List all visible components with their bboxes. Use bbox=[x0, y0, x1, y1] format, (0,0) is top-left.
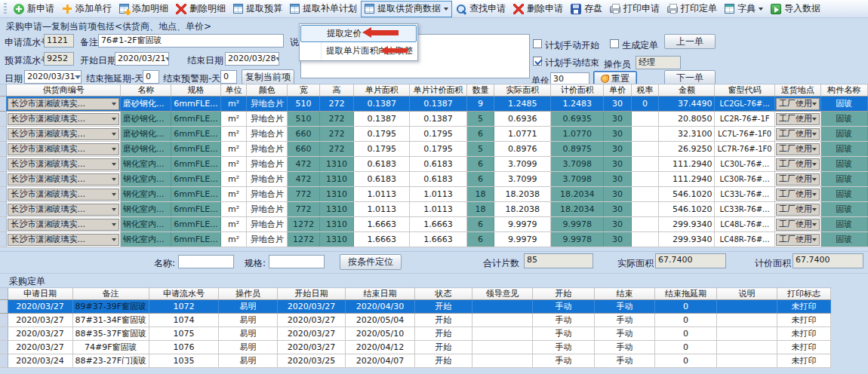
detail-cell-part[interactable]: 固玻 bbox=[820, 202, 867, 217]
detail-cell-h[interactable]: 272 bbox=[320, 142, 354, 157]
locate-by-condition-button[interactable]: 按条件定位 bbox=[340, 254, 402, 270]
detail-cell-aarea[interactable]: 0.8976 bbox=[494, 142, 551, 157]
detail-cell-w[interactable]: 472 bbox=[288, 157, 320, 172]
detail-cell-unit[interactable]: m² bbox=[220, 112, 247, 127]
detail-cell-parea1[interactable]: 0.1795 bbox=[353, 127, 410, 142]
orders-cell-oper[interactable]: 易明 bbox=[219, 354, 278, 368]
detail-header-h[interactable]: 高 bbox=[320, 84, 354, 97]
end-delay-field[interactable]: 0 bbox=[143, 70, 159, 84]
find-request-button[interactable]: 查找申请 bbox=[452, 1, 509, 17]
orders-cell-leader[interactable] bbox=[472, 354, 533, 368]
copy-current-button[interactable]: 复制当前项 bbox=[242, 69, 294, 84]
detail-cell-delivery[interactable]: 工厂使用 bbox=[774, 217, 820, 232]
detail-header-jarea[interactable]: 计价面积 bbox=[551, 84, 604, 97]
detail-row[interactable]: 长沙市潇湘玻璃实...磨砂钢化...6mmFLE...m²异地合片5102720… bbox=[0, 112, 868, 127]
detail-cell-wincode[interactable]: LC2R-76#-1F bbox=[715, 112, 774, 127]
detail-row-selector[interactable] bbox=[0, 97, 7, 112]
apply-no-field[interactable]: 1121 bbox=[44, 34, 74, 48]
detail-cell-jarea[interactable]: 1.2483 bbox=[551, 97, 604, 112]
next-order-button[interactable]: 下一单 bbox=[664, 70, 716, 85]
orders-header-edate[interactable]: 结束日期 bbox=[346, 288, 415, 300]
detail-cell-wincode[interactable]: LC33L-76#... bbox=[715, 187, 774, 202]
detail-cell-spec[interactable]: 6mmFLE... bbox=[171, 112, 220, 127]
add-row-button[interactable]: 添加单行 bbox=[58, 1, 115, 17]
detail-cell-wincode[interactable]: LC7R-76#-1F0 bbox=[715, 142, 774, 157]
detail-cell-unit[interactable]: m² bbox=[220, 127, 247, 142]
detail-cell-parea1[interactable]: 1.6663 bbox=[353, 232, 410, 247]
orders-row[interactable]: 2020/03/2774#9F窗固玻1076易明2020/03/272020/0… bbox=[0, 341, 831, 354]
detail-cell-name[interactable]: 磨砂钢化... bbox=[121, 112, 171, 127]
orders-cell-adate[interactable]: 2020/03/27 bbox=[8, 300, 72, 314]
detail-header-parea1[interactable]: 单片面积 bbox=[353, 84, 410, 97]
detail-cell-color[interactable]: 异地合片 bbox=[247, 127, 288, 142]
new-request-button[interactable]: 新申请 bbox=[10, 1, 58, 17]
orders-cell-ano[interactable]: 1072 bbox=[149, 300, 219, 314]
detail-cell-unit[interactable]: m² bbox=[220, 187, 247, 202]
menu-item-extract-pricing[interactable]: 提取定价 bbox=[300, 25, 417, 42]
detail-cell-spec[interactable]: 6mmFLE... bbox=[171, 202, 220, 217]
orders-cell-ano[interactable]: 1075 bbox=[149, 327, 219, 341]
orders-cell-edelay[interactable]: 0 bbox=[655, 314, 717, 327]
detail-cell-parea1[interactable]: 0.1387 bbox=[353, 112, 410, 127]
orders-cell-adate[interactable]: 2020/03/27 bbox=[8, 314, 72, 327]
detail-cell-aarea[interactable]: 0.6936 bbox=[494, 112, 551, 127]
detail-cell-qty[interactable]: 6 bbox=[466, 157, 494, 172]
detail-cell-wincode[interactable]: LC48L-76#... bbox=[715, 217, 774, 232]
detail-cell-jarea[interactable]: 9.9978 bbox=[551, 217, 604, 232]
detail-cell-parea2[interactable]: 0.1795 bbox=[410, 142, 466, 157]
detail-cell-wincode[interactable]: LC30R-76#... bbox=[715, 172, 774, 187]
detail-cell-h[interactable]: 272 bbox=[320, 127, 354, 142]
detail-header-delivery[interactable]: 送货地点 bbox=[774, 84, 820, 97]
detail-cell-parea2[interactable]: 0.1795 bbox=[410, 127, 466, 142]
detail-cell-jarea[interactable]: 18.2034 bbox=[551, 202, 604, 217]
detail-cell-part[interactable]: 固玻 bbox=[820, 172, 867, 187]
detail-cell-name[interactable]: 磨砂钢化... bbox=[121, 127, 171, 142]
detail-cell-h[interactable]: 272 bbox=[320, 97, 354, 112]
detail-cell-spec[interactable]: 6mmFLE... bbox=[171, 97, 220, 112]
orders-cell-smode[interactable]: 手动 bbox=[533, 341, 595, 354]
detail-cell-part[interactable]: 固玻 bbox=[820, 217, 867, 232]
save-button[interactable]: 存盘 bbox=[567, 1, 606, 17]
detail-cell-name[interactable]: 钢化室内... bbox=[121, 232, 171, 247]
detail-cell-color[interactable]: 异地合片 bbox=[247, 97, 288, 112]
detail-cell-tax[interactable] bbox=[631, 127, 659, 142]
orders-header-memo[interactable]: 说明 bbox=[717, 288, 777, 300]
detail-cell-qty[interactable]: 5 bbox=[466, 112, 494, 127]
orders-cell-memo[interactable] bbox=[717, 300, 777, 314]
orders-row[interactable]: 2020/03/2788#35-37F窗固玻1075易明2020/03/2720… bbox=[0, 327, 831, 341]
detail-cell-qty[interactable]: 6 bbox=[466, 232, 494, 247]
orders-cell-status[interactable]: 开始 bbox=[415, 354, 472, 368]
orders-cell-status[interactable]: 开始 bbox=[415, 300, 472, 314]
chevron-down-icon[interactable] bbox=[75, 75, 81, 82]
orders-header-smode[interactable]: 开始 bbox=[533, 288, 595, 300]
detail-cell-parea1[interactable]: 0.6183 bbox=[353, 172, 410, 187]
operator-field[interactable]: 经理 bbox=[636, 56, 681, 69]
orders-cell-edelay[interactable]: 0 bbox=[655, 354, 717, 368]
detail-row[interactable]: 长沙市潇湘玻璃实...磨砂钢化...6mmFLE...m²异地合片5102720… bbox=[0, 97, 868, 112]
orders-row[interactable]: 2020/03/2789#37-39F窗固玻1072易明2020/03/2720… bbox=[0, 300, 831, 314]
orders-cell-adate[interactable]: 2020/03/27 bbox=[8, 341, 72, 354]
detail-cell-color[interactable]: 异地合片 bbox=[247, 187, 288, 202]
detail-cell-w[interactable]: 772 bbox=[288, 202, 320, 217]
orders-cell-emode[interactable]: 手动 bbox=[595, 354, 655, 368]
orders-cell-remark[interactable]: 88#35-37F窗固玻 bbox=[72, 327, 149, 341]
detail-row-selector[interactable] bbox=[0, 217, 7, 232]
delete-request-button[interactable]: 删除申请 bbox=[509, 1, 567, 17]
plan-manual-end-checkbox[interactable] bbox=[533, 57, 542, 66]
end-date-picker[interactable]: 2020/03/28 bbox=[225, 52, 279, 66]
detail-cell-tax[interactable] bbox=[631, 202, 659, 217]
orders-cell-leader[interactable] bbox=[472, 300, 533, 314]
orders-row[interactable]: 2020/03/2787#31-34F窗固玻1074易明2020/03/2720… bbox=[0, 314, 831, 327]
extract-supplier-data-button[interactable]: 提取供货商数据 bbox=[361, 1, 452, 17]
orders-cell-remark[interactable]: 89#37-39F窗固玻 bbox=[72, 300, 149, 314]
detail-cell-color[interactable]: 异地合片 bbox=[247, 112, 288, 127]
detail-cell-part[interactable]: 固玻 bbox=[820, 187, 867, 202]
detail-cell-w[interactable]: 1272 bbox=[288, 217, 320, 232]
detail-cell-part[interactable]: 固玻 bbox=[820, 112, 867, 127]
detail-cell-parea2[interactable]: 0.1387 bbox=[410, 112, 466, 127]
detail-cell-aarea[interactable]: 3.7099 bbox=[494, 157, 551, 172]
detail-cell-price[interactable]: 30 bbox=[604, 187, 632, 202]
detail-cell-jarea[interactable]: 1.0770 bbox=[551, 127, 604, 142]
detail-cell-aarea[interactable]: 1.2485 bbox=[494, 97, 551, 112]
detail-cell-amount[interactable]: 32.3100 bbox=[659, 127, 715, 142]
